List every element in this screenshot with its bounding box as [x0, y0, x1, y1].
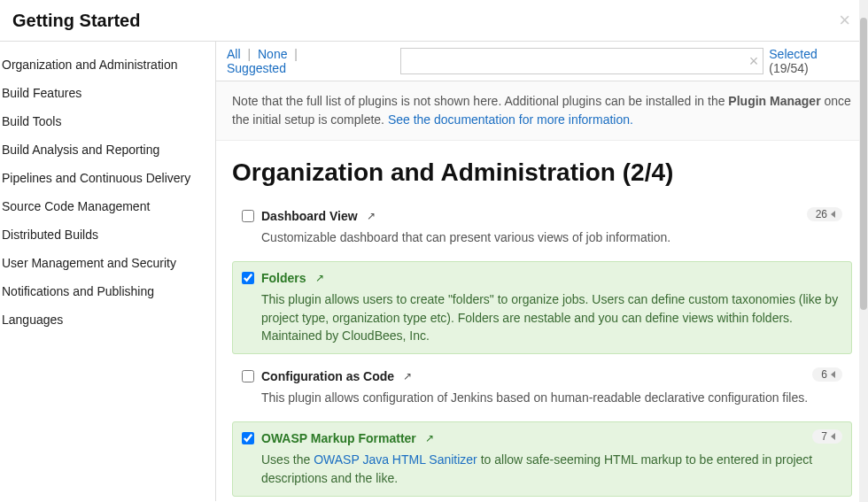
badge[interactable]: 6 — [812, 367, 842, 382]
plugin-name: Folders — [261, 271, 306, 285]
sidebar-item-pipelines[interactable]: Pipelines and Continuous Delivery — [0, 164, 215, 192]
section-title-organization: Organization and Administration (2/4) — [232, 158, 852, 187]
plugin-row-config-as-code[interactable]: 6 Configuration as Code ↗ This plugin al… — [232, 359, 852, 416]
plugin-desc: This plugin allows configuration of Jenk… — [261, 389, 841, 406]
external-link-icon[interactable]: ↗ — [403, 370, 412, 382]
badge[interactable]: 26 — [807, 207, 842, 221]
close-icon[interactable]: × — [833, 9, 856, 32]
scrollbar[interactable] — [859, 0, 868, 502]
sidebar-item-languages[interactable]: Languages — [0, 305, 215, 334]
search-clear-icon[interactable]: × — [749, 52, 759, 71]
notice-doc-link[interactable]: See the documentation for more informati… — [388, 112, 633, 127]
search-input[interactable] — [400, 48, 763, 74]
plugin-name: Configuration as Code — [261, 369, 394, 383]
badge-collapse-icon — [831, 371, 835, 378]
external-link-icon[interactable]: ↗ — [367, 210, 376, 222]
sidebar-item-organization[interactable]: Organization and Administration — [0, 50, 215, 79]
scrollbar-thumb[interactable] — [860, 18, 867, 310]
selected-link[interactable]: Selected — [769, 47, 817, 61]
sidebar-item-user-management[interactable]: User Management and Security — [0, 249, 215, 277]
plugin-row-dashboard-view[interactable]: 26 Dashboard View ↗ Customizable dashboa… — [232, 199, 852, 256]
plugin-checkbox[interactable] — [242, 432, 254, 444]
plugin-row-folders[interactable]: Folders ↗ This plugin allows users to cr… — [232, 261, 852, 354]
sidebar-item-scm[interactable]: Source Code Management — [0, 192, 215, 220]
filter-bar: All | None | Suggested × Selected (19/54… — [216, 42, 868, 81]
plugin-row-owasp[interactable]: 7 OWASP Markup Formatter ↗ Uses the OWAS… — [232, 421, 852, 497]
modal-header: Getting Started × — [0, 0, 868, 42]
plugin-checkbox[interactable] — [242, 370, 254, 382]
filter-all-link[interactable]: All — [227, 47, 241, 61]
sidebar-item-notifications[interactable]: Notifications and Publishing — [0, 277, 215, 305]
sidebar: Organization and Administration Build Fe… — [0, 42, 216, 501]
selected-count-text: (19/54) — [769, 61, 808, 75]
plugin-checkbox[interactable] — [242, 272, 254, 284]
sidebar-item-build-tools[interactable]: Build Tools — [0, 107, 215, 135]
notice-bold: Plugin Manager — [728, 94, 820, 108]
notice-bar: Note that the full list of plugins is no… — [216, 81, 868, 141]
plugin-desc: This plugin allows users to create "fold… — [261, 290, 841, 344]
main-panel: All | None | Suggested × Selected (19/54… — [216, 42, 868, 501]
badge-collapse-icon — [831, 433, 835, 440]
badge[interactable]: 7 — [812, 429, 842, 444]
plugin-desc: Uses the OWASP Java HTML Sanitizer to al… — [261, 451, 841, 487]
selected-counter: Selected (19/54) — [769, 47, 857, 75]
external-link-icon[interactable]: ↗ — [315, 272, 324, 284]
plugin-desc: Customizable dashboard that can present … — [261, 228, 841, 246]
filter-sep: | — [294, 47, 298, 61]
sidebar-item-build-features[interactable]: Build Features — [0, 79, 215, 107]
plugin-checkbox[interactable] — [242, 210, 254, 222]
filter-sep: | — [247, 47, 251, 61]
plugin-name: Dashboard View — [261, 209, 358, 223]
filter-suggested-link[interactable]: Suggested — [227, 61, 286, 75]
filter-none-link[interactable]: None — [258, 47, 287, 61]
notice-text-pre: Note that the full list of plugins is no… — [232, 94, 728, 108]
sidebar-item-build-analysis[interactable]: Build Analysis and Reporting — [0, 135, 215, 164]
plugin-name: OWASP Markup Formatter — [261, 431, 416, 445]
owasp-sanitizer-link[interactable]: OWASP Java HTML Sanitizer — [314, 452, 477, 467]
badge-collapse-icon — [831, 211, 835, 218]
sidebar-item-distributed[interactable]: Distributed Builds — [0, 220, 215, 249]
modal-title: Getting Started — [12, 11, 140, 31]
external-link-icon[interactable]: ↗ — [425, 432, 434, 444]
